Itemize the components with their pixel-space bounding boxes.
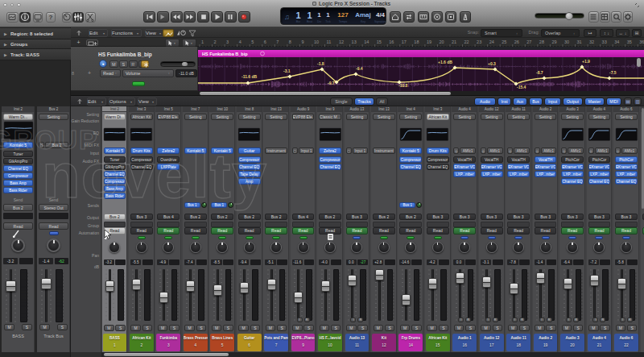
strip-fx-ekramer-vc[interactable]: EKramer VC <box>453 164 476 170</box>
transport-rewind-button[interactable] <box>171 11 183 23</box>
fader[interactable] <box>375 269 384 321</box>
strip-setting-button[interactable]: Setting <box>453 114 476 120</box>
mixer-hscrollbar-thumb[interactable] <box>104 353 229 356</box>
strip-pan-knob[interactable] <box>459 242 470 253</box>
strip-input-button[interactable]: Zebra2 <box>319 147 341 154</box>
disclosure-triangle-icon[interactable]: ▶ <box>4 31 8 36</box>
strip-db-value[interactable]: -1.4 <box>39 258 53 264</box>
strip-name-plate[interactable]: Audio 116 <box>452 334 477 351</box>
strip-send-button[interactable]: Bus 1 <box>211 202 227 208</box>
mixer-menu-view[interactable]: View▾ <box>138 98 157 106</box>
strip-name-plate[interactable]: Pots and Pans7 <box>264 334 288 351</box>
toolbar-editors-button[interactable] <box>85 12 96 23</box>
strip-input-monitor-button[interactable]: ◎ <box>615 147 621 154</box>
strip-solo-button[interactable]: S <box>519 325 530 331</box>
mixer-strip[interactable]: Inst 8SettingGuitarCompressorChannel EQT… <box>237 106 262 352</box>
strip-input-monitor-button[interactable]: ▢ <box>346 147 352 154</box>
mixer-view-single-button[interactable]: Single <box>330 98 353 106</box>
inspector-section-track[interactable]: ▶Track: BASS <box>0 49 71 60</box>
strip-db-value[interactable]: -6.4 <box>561 259 572 266</box>
mixer-strip[interactable]: Audio 9EVP88 Ele...▢Input 1Bus 4Read-11.… <box>291 106 316 352</box>
fader-cap[interactable] <box>294 292 303 303</box>
strip-group-box[interactable] <box>535 222 557 227</box>
strip-pan-knob[interactable] <box>513 242 524 253</box>
strip-mute-button[interactable]: M <box>346 325 357 331</box>
strip-name-plate[interactable]: African Kit15 <box>426 334 450 351</box>
eq-thumbnail[interactable] <box>104 128 126 141</box>
fader[interactable] <box>213 269 222 321</box>
strip-fx-channel-eq[interactable]: Channel EQ <box>130 164 153 170</box>
inspector-section-groups[interactable]: ▶Groups <box>0 39 71 49</box>
strip-pan-knob[interactable] <box>405 242 416 253</box>
strip-input-button[interactable]: Input 1 <box>353 147 369 154</box>
strip-solo-button[interactable]: S <box>439 325 449 331</box>
fader[interactable] <box>132 269 141 321</box>
strip-pan-knob[interactable] <box>378 242 390 253</box>
strip-db-value[interactable]: -4.9 <box>157 259 167 266</box>
transport-stop-button[interactable] <box>197 11 209 23</box>
mixer-strip[interactable]: Audio 2Setting◎AMIc1VocalTHEKramer VCLXP… <box>533 106 559 352</box>
strip-output-button[interactable]: Bus 3 <box>346 214 369 221</box>
strip-output-button[interactable]: Bus 3 <box>427 214 449 221</box>
strip-fx-gtkamppro[interactable]: GtkAmpPro <box>104 164 126 170</box>
fader-cap[interactable] <box>482 276 491 288</box>
strip-fx-tuner[interactable]: Tuner <box>3 151 33 157</box>
strip-output-button[interactable]: Bus 2 <box>265 214 287 221</box>
strip-pan-knob[interactable] <box>351 242 362 253</box>
strip-name-plate[interactable]: Funkimba3 <box>156 334 180 351</box>
strip-input-button[interactable]: Bus 2 <box>45 142 68 148</box>
strip-fx-channel-eq[interactable]: Channel EQ <box>3 165 33 172</box>
strip-pan-knob[interactable] <box>190 242 201 253</box>
strip-group-box[interactable] <box>238 222 261 227</box>
strip-input-button[interactable]: Drum Kits <box>130 147 153 154</box>
strip-group-box[interactable] <box>615 222 638 227</box>
strip-record-button[interactable]: R <box>304 318 310 322</box>
strip-automation-button[interactable]: Read <box>292 227 315 235</box>
tracks-pointer-tool-alt-button[interactable]: ▾ <box>182 39 196 47</box>
strip-send-button[interactable]: Bus 1 <box>184 202 200 208</box>
mixer-filter-bus-button[interactable]: Bus <box>529 98 543 106</box>
transport-go-to-beginning-button[interactable] <box>143 11 155 23</box>
strip-output-button[interactable]: Bus 2 <box>373 214 395 221</box>
strip-input-button[interactable]: Input 1 <box>299 147 315 154</box>
strip-output-button[interactable]: Bus 2 <box>319 214 341 221</box>
strip-name-plate[interactable]: Audio 421 <box>588 334 612 351</box>
strip-fx-compressor[interactable]: Compressor <box>130 156 153 163</box>
strip-automation-button[interactable]: Read <box>535 227 557 235</box>
strip-fx-lxp-mber[interactable]: LXP...mber <box>481 171 503 177</box>
strip-solo-button[interactable]: S <box>357 325 368 331</box>
strip-input-button[interactable]: AMIc1 <box>460 147 476 154</box>
strip-output-button[interactable]: Bus 4 <box>292 214 315 221</box>
mixer-filter-inst-button[interactable]: Inst <box>497 98 511 106</box>
strip-mute-button[interactable]: M <box>481 325 491 331</box>
strip-automation-button[interactable]: Read <box>561 227 584 235</box>
strip-input-monitor-button[interactable]: I <box>539 318 545 322</box>
track-volume-slider[interactable] <box>160 61 196 67</box>
mixer-filter-output-button[interactable]: Output <box>563 98 583 106</box>
strip-fx-pitchcor[interactable]: PitchCor <box>561 156 584 163</box>
track-add-icon[interactable]: + <box>88 69 94 77</box>
strip-setting-button[interactable]: Setting <box>535 114 557 120</box>
strip-fx-bass-rider[interactable]: Bass Rider <box>104 193 126 199</box>
strip-record-button[interactable]: R <box>600 318 605 322</box>
mixer-filter-aux-button[interactable]: Aux <box>513 98 527 106</box>
strip-db-value[interactable]: -5.5 <box>130 259 141 266</box>
strip-mute-button[interactable]: M <box>184 325 195 331</box>
strip-solo-button[interactable]: S <box>600 325 610 331</box>
toolbar-library-button[interactable] <box>6 12 19 23</box>
strip-input-button[interactable]: Drum Kits <box>427 147 449 154</box>
transport-play-button[interactable] <box>211 11 223 23</box>
fader-cap[interactable] <box>590 275 599 286</box>
strip-solo-button[interactable]: S <box>627 325 638 331</box>
strip-db-value[interactable]: +2.8 <box>373 259 383 266</box>
track-name[interactable]: HS Funkalimba B_bip <box>98 51 195 58</box>
mixer-filter-midi-button[interactable]: MIDI <box>606 98 621 106</box>
tracks-flex-icon[interactable] <box>175 29 187 37</box>
strip-input-monitor-button[interactable]: I <box>458 318 464 322</box>
strip-record-button[interactable]: R <box>627 318 633 322</box>
mixer-strip[interactable]: Inst 7SettingKontakt 5Bus 1Bus 2Read-7.4… <box>183 106 208 352</box>
strip-fx-pitchcor[interactable]: PitchCor <box>588 156 611 163</box>
strip-mute-button[interactable]: M <box>535 325 545 331</box>
strip-input-monitor-button[interactable]: I <box>350 318 356 322</box>
strip-automation-button[interactable]: Read <box>481 227 503 235</box>
